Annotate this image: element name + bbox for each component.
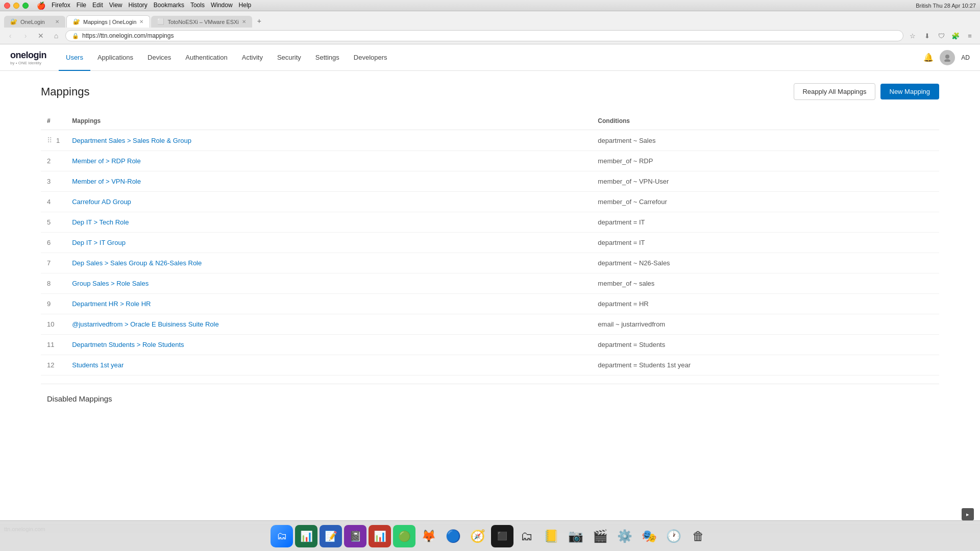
- tools-menu[interactable]: Tools: [190, 2, 205, 10]
- app-logo: onelogin by • ONE Identity: [10, 50, 46, 65]
- nav-item-applications[interactable]: Applications: [90, 44, 140, 71]
- disabled-mappings-section: Disabled Mappings: [41, 384, 939, 407]
- condition-cell: department = HR: [592, 294, 939, 314]
- shield-button[interactable]: 🛡: [935, 30, 947, 42]
- nav-item-security[interactable]: Security: [270, 44, 308, 71]
- table-row[interactable]: 12 Students 1st year department = Studen…: [41, 355, 939, 375]
- scroll-indicator[interactable]: ▸: [962, 508, 974, 509]
- table-row[interactable]: 5 Dep IT > Tech Role department = IT: [41, 212, 939, 233]
- nav-item-settings[interactable]: Settings: [308, 44, 347, 71]
- bookmark-button[interactable]: ☆: [906, 30, 919, 42]
- table-row[interactable]: 7 Dep Sales > Sales Group & N26-Sales Ro…: [41, 253, 939, 273]
- mapping-link[interactable]: Dep IT > Tech Role: [72, 218, 129, 226]
- condition-text: department = HR: [598, 300, 648, 308]
- view-menu[interactable]: View: [109, 2, 122, 10]
- mapping-link[interactable]: Carrefour AD Group: [72, 198, 131, 206]
- table-row[interactable]: 11 Departmetn Students > Role Students d…: [41, 335, 939, 355]
- help-menu[interactable]: Help: [239, 2, 252, 10]
- user-avatar[interactable]: [940, 50, 955, 65]
- new-tab-button[interactable]: +: [253, 14, 265, 28]
- reapply-all-mappings-button[interactable]: Reapply All Mappings: [794, 83, 875, 100]
- maximize-button[interactable]: [22, 3, 29, 9]
- mapping-link[interactable]: Department HR > Role HR: [72, 300, 151, 308]
- minimize-button[interactable]: [13, 3, 19, 9]
- mapping-cell: Group Sales > Role Sales: [66, 273, 592, 294]
- tab-favicon-2: 🔐: [73, 18, 80, 25]
- mapping-cell: Dep IT > IT Group: [66, 233, 592, 253]
- tab-esxi[interactable]: ⬜ TotoNoESXi – VMware ESXi ✕: [151, 16, 252, 28]
- table-row[interactable]: 4 Carrefour AD Group member_of ~ Carrefo…: [41, 192, 939, 212]
- tab-onelogin[interactable]: 🔐 OneLogin ✕: [4, 16, 65, 28]
- menu-button[interactable]: ≡: [964, 30, 976, 42]
- address-bar[interactable]: 🔒 https://ttn.onelogin.com/mappings: [65, 30, 903, 41]
- tab-label-2: Mappings | OneLogin: [83, 19, 136, 25]
- condition-text: member_of ~ Carrefour: [598, 198, 667, 206]
- table-row[interactable]: 2 Member of > RDP Role member_of ~ RDP: [41, 151, 939, 171]
- mapping-cell: @justarrivedfrom > Oracle E Buisiness Su…: [66, 314, 592, 335]
- mapping-link[interactable]: Dep IT > IT Group: [72, 239, 126, 246]
- mapping-cell: Departmetn Students > Role Students: [66, 335, 592, 355]
- nav-item-activity[interactable]: Activity: [235, 44, 270, 71]
- mapping-link[interactable]: Dep Sales > Sales Group & N26-Sales Role: [72, 259, 202, 267]
- table-row[interactable]: 6 Dep IT > IT Group department = IT: [41, 233, 939, 253]
- nav-item-users[interactable]: Users: [59, 44, 90, 71]
- nav-item-developers[interactable]: Developers: [347, 44, 395, 71]
- mappings-table: # Mappings Conditions ⠿ 1 Department Sal…: [41, 112, 939, 375]
- table-row[interactable]: 3 Member of > VPN-Role member_of ~ VPN-U…: [41, 171, 939, 192]
- row-number: 6: [47, 239, 51, 246]
- mapping-link[interactable]: @justarrivedfrom > Oracle E Buisiness Su…: [72, 320, 218, 328]
- close-button[interactable]: [4, 3, 10, 9]
- edit-menu[interactable]: Edit: [92, 2, 103, 10]
- mapping-link[interactable]: Department Sales > Sales Role & Group: [72, 137, 191, 144]
- tab-close-2[interactable]: ✕: [139, 19, 143, 24]
- row-number-cell: 6: [41, 233, 66, 253]
- nav-item-devices[interactable]: Devices: [140, 44, 178, 71]
- table-row[interactable]: 10 @justarrivedfrom > Oracle E Buisiness…: [41, 314, 939, 335]
- tab-mappings[interactable]: 🔐 Mappings | OneLogin ✕: [66, 15, 150, 28]
- apple-menu[interactable]: 🍎: [37, 2, 45, 10]
- forward-button[interactable]: ›: [19, 30, 32, 42]
- nav-item-authentication[interactable]: Authentication: [178, 44, 234, 71]
- mapping-link[interactable]: Group Sales > Role Sales: [72, 280, 149, 287]
- notifications-bell[interactable]: 🔔: [923, 53, 934, 62]
- user-initials[interactable]: AD: [961, 54, 970, 61]
- table-row[interactable]: ⠿ 1 Department Sales > Sales Role & Grou…: [41, 130, 939, 151]
- reload-button[interactable]: ✕: [35, 30, 47, 42]
- download-button[interactable]: ⬇: [921, 30, 933, 42]
- condition-text: department ~ N26-Sales: [598, 259, 670, 267]
- mapping-cell: Carrefour AD Group: [66, 192, 592, 212]
- app-nav: onelogin by • ONE Identity Users Applica…: [0, 44, 980, 71]
- condition-text: department = IT: [598, 218, 645, 226]
- row-number-cell: 12: [41, 355, 66, 375]
- condition-text: department ~ Sales: [598, 137, 655, 144]
- row-number-cell: 9: [41, 294, 66, 314]
- condition-cell: department = Students: [592, 335, 939, 355]
- row-number-cell: 5: [41, 212, 66, 233]
- mapping-link[interactable]: Member of > VPN-Role: [72, 178, 141, 185]
- tab-close-3[interactable]: ✕: [242, 19, 246, 24]
- row-number: 2: [47, 157, 51, 165]
- mapping-link[interactable]: Departmetn Students > Role Students: [72, 341, 184, 348]
- table-row[interactable]: 8 Group Sales > Role Sales member_of ~ s…: [41, 273, 939, 294]
- table-row[interactable]: 9 Department HR > Role HR department = H…: [41, 294, 939, 314]
- browser-chrome: 🔐 OneLogin ✕ 🔐 Mappings | OneLogin ✕ ⬜ T…: [0, 11, 980, 44]
- row-number: 12: [47, 361, 54, 369]
- home-button[interactable]: ⌂: [50, 30, 62, 42]
- drag-handle[interactable]: ⠿: [47, 136, 52, 144]
- bookmarks-menu[interactable]: Bookmarks: [154, 2, 184, 10]
- window-menu[interactable]: Window: [211, 2, 233, 10]
- firefox-menu[interactable]: Firefox: [52, 2, 70, 10]
- page-title: Mappings: [41, 85, 89, 98]
- row-number: 9: [47, 300, 51, 308]
- history-menu[interactable]: History: [129, 2, 148, 10]
- mapping-link[interactable]: Member of > RDP Role: [72, 157, 141, 165]
- tab-close-1[interactable]: ✕: [55, 19, 59, 24]
- col-header-mappings: Mappings: [66, 112, 592, 130]
- new-mapping-button[interactable]: New Mapping: [880, 84, 940, 99]
- extension-button[interactable]: 🧩: [949, 30, 962, 42]
- back-button[interactable]: ‹: [4, 30, 16, 42]
- file-menu[interactable]: File: [77, 2, 86, 10]
- condition-text: email ~ justarrivedfrom: [598, 320, 665, 328]
- svg-point-1: [944, 59, 950, 62]
- mapping-link[interactable]: Students 1st year: [72, 361, 124, 369]
